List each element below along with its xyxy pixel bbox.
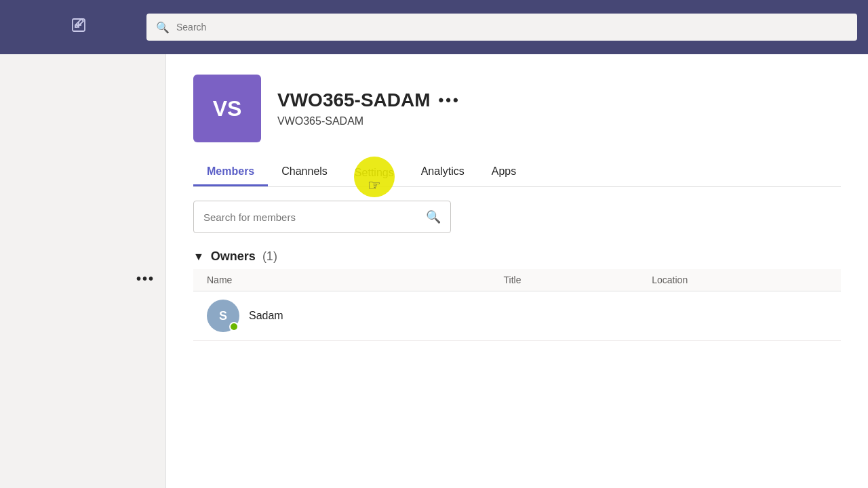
member-name: Sadam xyxy=(249,310,283,322)
members-table: Name Title Location S Sadam xyxy=(193,269,841,341)
table-header: Name Title Location xyxy=(193,269,841,291)
tab-analytics[interactable]: Analytics xyxy=(408,159,478,186)
team-header: VS VWO365-SADAM ••• VWO365-SADAM xyxy=(193,75,841,142)
members-search-icon: 🔍 xyxy=(426,209,441,224)
owners-chevron-icon[interactable]: ▼ xyxy=(193,251,204,263)
members-search[interactable]: 🔍 xyxy=(193,201,451,233)
content-area: VS VWO365-SADAM ••• VWO365-SADAM Members… xyxy=(166,54,868,488)
tab-settings-wrapper: Settings ☞ xyxy=(341,167,408,179)
team-subtitle: VWO365-SADAM xyxy=(277,115,460,127)
owners-section-title: Owners xyxy=(211,249,256,264)
owners-section-header: ▼ Owners (1) xyxy=(193,249,841,264)
header-title: Title xyxy=(504,274,652,285)
main-container: ••• VS VWO365-SADAM ••• VWO365-SADAM Mem… xyxy=(0,54,868,488)
owners-section-count: (1) xyxy=(262,249,277,264)
avatar-status-online xyxy=(229,322,239,331)
header-location: Location xyxy=(652,274,800,285)
team-avatar: VS xyxy=(193,75,261,142)
avatar: S xyxy=(207,300,239,332)
top-bar: 🔍 xyxy=(0,0,868,54)
tab-apps[interactable]: Apps xyxy=(478,159,530,186)
search-bar[interactable]: 🔍 xyxy=(146,14,857,41)
sidebar-more-button[interactable]: ••• xyxy=(136,271,155,287)
tabs: Members Channels Settings ☞ Analytics Ap… xyxy=(193,159,841,187)
top-bar-left xyxy=(11,17,146,37)
search-input[interactable] xyxy=(176,22,848,33)
tab-members[interactable]: Members xyxy=(193,159,268,186)
team-info: VWO365-SADAM ••• VWO365-SADAM xyxy=(277,89,460,127)
team-name-row: VWO365-SADAM ••• xyxy=(277,89,460,111)
tab-settings[interactable]: Settings xyxy=(341,160,408,187)
member-cell: S Sadam xyxy=(207,300,504,332)
header-name: Name xyxy=(207,274,504,285)
table-row: S Sadam xyxy=(193,291,841,341)
search-icon: 🔍 xyxy=(156,21,170,34)
compose-icon[interactable] xyxy=(71,17,87,37)
team-more-button[interactable]: ••• xyxy=(439,92,460,109)
team-name: VWO365-SADAM xyxy=(277,89,431,111)
tab-channels[interactable]: Channels xyxy=(268,159,341,186)
members-search-input[interactable] xyxy=(203,211,419,223)
sidebar: ••• xyxy=(0,54,166,488)
